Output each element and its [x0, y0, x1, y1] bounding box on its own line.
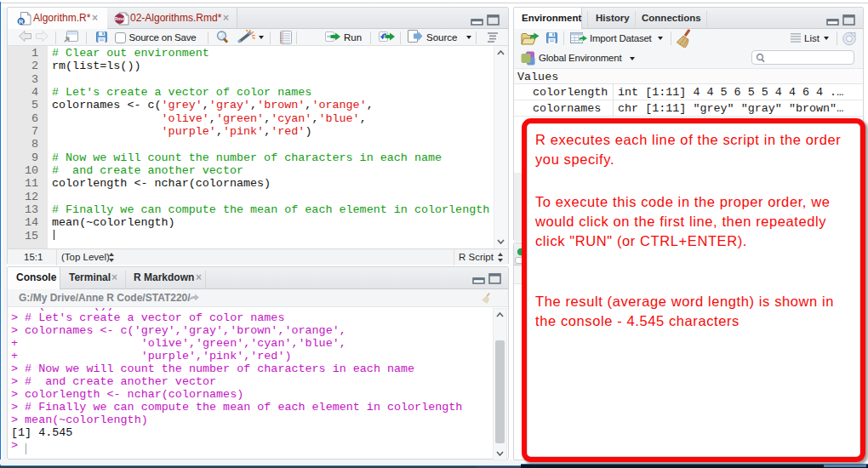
svg-text:R: R [19, 18, 24, 26]
svg-text:Rmd: Rmd [114, 16, 124, 21]
